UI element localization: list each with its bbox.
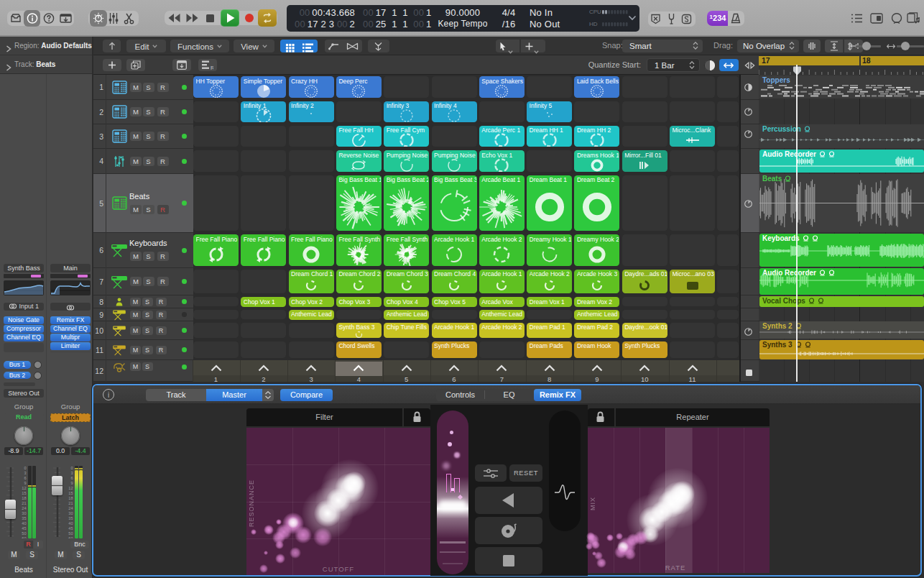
svg-text:40: 40 — [68, 521, 73, 526]
svg-text:0: 0 — [24, 466, 26, 470]
svg-text:15: 15 — [22, 491, 26, 495]
svg-text:50: 50 — [68, 531, 73, 536]
svg-text:30: 30 — [22, 511, 26, 515]
svg-text:45: 45 — [68, 526, 73, 531]
svg-text:3: 3 — [70, 471, 73, 475]
svg-text:9: 9 — [24, 481, 26, 485]
svg-text:R: R — [211, 65, 213, 70]
svg-text:21: 21 — [22, 501, 26, 505]
svg-text:21: 21 — [68, 501, 73, 505]
svg-text:30: 30 — [68, 511, 73, 515]
svg-text:0: 0 — [70, 466, 73, 470]
svg-text:15: 15 — [68, 491, 73, 495]
svg-text:60: 60 — [22, 536, 26, 538]
svg-text:6: 6 — [70, 476, 73, 480]
svg-text:60: 60 — [68, 536, 73, 538]
svg-text:9: 9 — [70, 481, 73, 485]
svg-text:24: 24 — [22, 506, 26, 510]
svg-text:35: 35 — [22, 516, 26, 520]
svg-text:3: 3 — [24, 471, 26, 475]
svg-text:6: 6 — [24, 476, 26, 480]
svg-text:12: 12 — [22, 486, 26, 490]
svg-text:12: 12 — [68, 486, 73, 490]
svg-text:35: 35 — [68, 516, 73, 520]
svg-text:18: 18 — [22, 496, 26, 500]
svg-text:45: 45 — [22, 526, 26, 531]
svg-text:40: 40 — [22, 521, 26, 526]
svg-text:50: 50 — [22, 531, 26, 536]
svg-text:18: 18 — [68, 496, 73, 500]
svg-text:24: 24 — [68, 506, 73, 510]
